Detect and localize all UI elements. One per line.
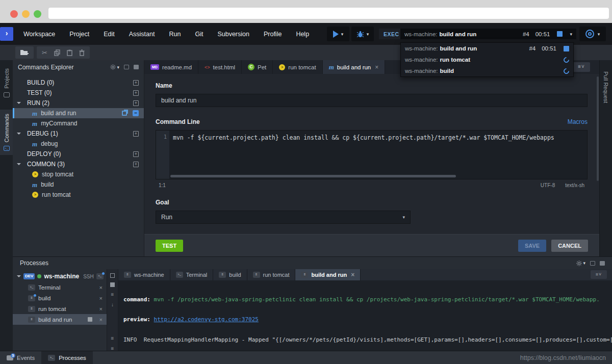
tree-item-mycommand[interactable]: m myCommand: [13, 118, 144, 128]
sidebar-tab-commands[interactable]: Commands >_: [0, 110, 13, 155]
tree-item-build[interactable]: m build: [13, 179, 144, 190]
menu-assistant[interactable]: Assistant: [122, 31, 162, 38]
tab-readme-md[interactable]: MD readme.md: [144, 60, 198, 74]
tree-category-debug[interactable]: DEBUG (1) +: [13, 128, 144, 139]
debug-command-button[interactable]: ▾: [351, 27, 374, 41]
minimize-panel-icon[interactable]: [590, 261, 595, 266]
stop-process-icon[interactable]: [564, 46, 569, 51]
process-row-build-and-run[interactable]: ≡ build and run ×: [13, 314, 107, 325]
stop-console-icon[interactable]: [110, 282, 115, 287]
test-button[interactable]: TEST: [156, 240, 183, 252]
processes-tab[interactable]: >_ Processes: [41, 351, 93, 364]
duplicate-command-icon[interactable]: [122, 111, 127, 116]
chevron-expanded-icon[interactable]: [17, 102, 21, 104]
close-process-icon[interactable]: ×: [99, 317, 103, 323]
add-command-icon[interactable]: +: [133, 100, 139, 106]
minimize-window-button[interactable]: [22, 10, 30, 18]
rerun-icon[interactable]: [563, 67, 571, 75]
wrap-text-icon[interactable]: ≡: [111, 292, 114, 297]
tab-run-tomcat[interactable]: > run tomcat: [273, 60, 322, 74]
preview-link[interactable]: http://a2.codenvy-stg.com:37025: [154, 316, 259, 323]
new-terminal-icon[interactable]: >_: [96, 273, 104, 279]
close-tab-icon[interactable]: ×: [351, 271, 354, 278]
maximize-panel-icon[interactable]: [134, 65, 139, 69]
address-bar[interactable]: [48, 8, 609, 19]
dropdown-item-build-and-run[interactable]: ws-machine: build and run #4 00:51: [401, 43, 573, 54]
close-process-icon[interactable]: ×: [99, 295, 103, 301]
machine-row[interactable]: DEV ws-machine SSH >_: [13, 271, 107, 282]
tree-category-common[interactable]: COMMON (3) +: [13, 159, 144, 169]
goal-select[interactable]: Run ▾: [156, 211, 411, 224]
chevron-expanded-icon[interactable]: [17, 133, 21, 135]
menu-subversion[interactable]: Subversion: [210, 31, 257, 38]
add-command-icon[interactable]: +: [133, 80, 139, 86]
tree-item-build-and-run[interactable]: m build and run –: [13, 108, 144, 118]
process-row-run-tomcat[interactable]: ≡ run tomcat ×: [13, 303, 107, 314]
console-menu-icon[interactable]: ≡˅: [591, 270, 607, 279]
tree-category-deploy[interactable]: DEPLOY (0) +: [13, 149, 144, 159]
command-name-input[interactable]: [156, 94, 588, 107]
console-output[interactable]: command: mvn -f /projects/web-java-sprin…: [118, 280, 612, 351]
pull-request-tab[interactable]: Pull Request: [603, 71, 609, 256]
gear-icon[interactable]: ▾: [576, 261, 585, 266]
tree-category-build[interactable]: BUILD (0) +: [13, 77, 144, 88]
tree-category-run[interactable]: RUN (2) +: [13, 98, 144, 108]
close-process-icon[interactable]: ×: [99, 284, 103, 291]
console-tab-build-and-run[interactable]: ≡ build and run ×: [295, 269, 361, 280]
horizontal-scrollbar[interactable]: [170, 175, 456, 177]
ssh-button[interactable]: SSH: [83, 274, 94, 279]
run-command-button[interactable]: ▾: [327, 27, 349, 41]
tab-build-and-run[interactable]: m build and run ×: [323, 60, 386, 74]
zoom-window-button[interactable]: [34, 10, 41, 18]
sidebar-tab-projects[interactable]: Projects: [0, 64, 13, 101]
maximize-panel-icon[interactable]: [600, 261, 605, 266]
paste-icon[interactable]: [67, 49, 72, 56]
copy-icon[interactable]: [54, 49, 60, 56]
tree-category-test[interactable]: TEST (0) +: [13, 88, 144, 98]
delete-icon[interactable]: [79, 49, 85, 56]
process-selector[interactable]: ws-machine: build and run #4 00:51 ▾: [400, 29, 576, 39]
process-row-terminal[interactable]: >_ Terminal ×: [13, 282, 107, 293]
menu-edit[interactable]: Edit: [96, 31, 122, 38]
clear-console-icon[interactable]: [110, 273, 115, 278]
command-line-text[interactable]: mvn -f ${current.project.path} clean ins…: [169, 131, 587, 179]
remove-command-icon[interactable]: –: [133, 110, 139, 116]
add-command-icon[interactable]: +: [133, 131, 139, 137]
tab-test-html[interactable]: <> test.html: [198, 60, 242, 74]
chevron-expanded-icon[interactable]: [17, 275, 21, 277]
menu-run[interactable]: Run: [162, 31, 188, 38]
close-process-icon[interactable]: ×: [99, 306, 103, 312]
tree-item-debug[interactable]: m debug: [13, 139, 144, 149]
close-window-button[interactable]: [10, 10, 18, 18]
scroll-output-icon[interactable]: ≡: [111, 335, 114, 341]
editor-menu-icon[interactable]: ≡˅: [573, 62, 590, 72]
stop-process-icon[interactable]: [557, 31, 563, 37]
cancel-button[interactable]: CANCEL: [551, 240, 588, 252]
menu-workspace[interactable]: Workspace: [16, 31, 62, 38]
gear-icon[interactable]: ▾: [110, 64, 119, 70]
chevron-expanded-icon[interactable]: [17, 163, 21, 165]
dropdown-item-run-tomcat[interactable]: ws-machine: run tomcat: [401, 54, 573, 65]
stop-process-icon[interactable]: [88, 317, 92, 322]
add-command-icon[interactable]: +: [133, 90, 139, 96]
macros-link[interactable]: Macros: [568, 118, 588, 125]
add-command-icon[interactable]: +: [133, 151, 139, 157]
cut-icon[interactable]: ✂: [42, 49, 47, 56]
save-button[interactable]: SAVE: [518, 240, 546, 252]
menu-git[interactable]: Git: [188, 31, 210, 38]
menu-help[interactable]: Help: [289, 31, 316, 38]
tree-item-run-tomcat[interactable]: > run tomcat: [13, 190, 144, 200]
menu-profile[interactable]: Profile: [257, 31, 289, 38]
scroll-to-bottom-icon[interactable]: ↓: [111, 302, 114, 307]
console-tab-build[interactable]: ≡ build: [213, 269, 247, 280]
menu-project[interactable]: Project: [62, 31, 96, 38]
target-selector-button[interactable]: ▾: [579, 27, 606, 41]
command-line-editor[interactable]: 1 mvn -f ${current.project.path} clean i…: [156, 130, 588, 179]
tab-pet[interactable]: C Pet: [242, 60, 273, 74]
rerun-icon[interactable]: [563, 56, 571, 64]
minimize-panel-icon[interactable]: [124, 65, 129, 69]
console-tab-ws-machine[interactable]: ≡ ws-machine: [118, 269, 170, 280]
add-command-icon[interactable]: +: [133, 162, 139, 167]
console-tab-terminal[interactable]: >_ Terminal: [170, 269, 214, 280]
chevron-down-icon[interactable]: ▾: [570, 32, 572, 37]
